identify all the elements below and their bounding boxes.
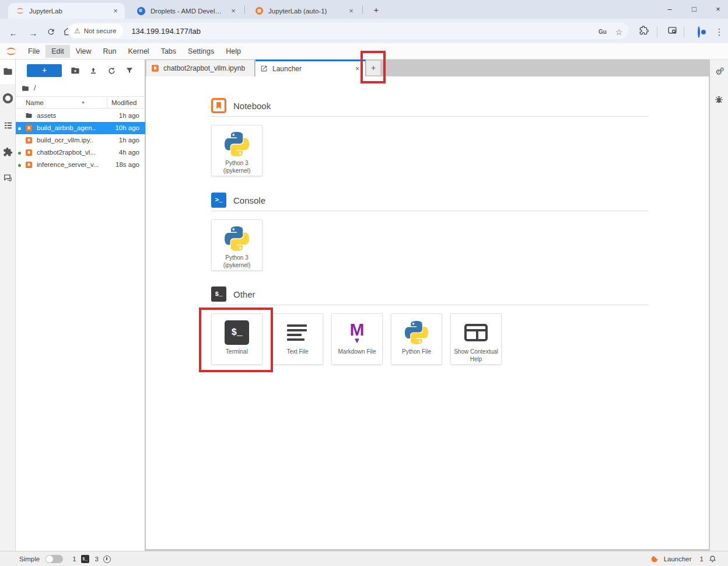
- window-close-button[interactable]: ×: [709, 2, 727, 16]
- launcher-card-python-file[interactable]: Python File: [391, 313, 442, 365]
- upload-icon[interactable]: [88, 65, 99, 76]
- annotation-box-terminal: [199, 308, 273, 372]
- dock-panel: chatbot2rapbot_vllm.ipynb × Launcher × +…: [145, 60, 709, 551]
- section-divider: [211, 211, 649, 211]
- extension-manager-icon[interactable]: [2, 146, 14, 158]
- launcher-card-text-file[interactable]: Text File: [272, 313, 323, 365]
- toolbar-divider: [657, 27, 657, 37]
- terminal-count[interactable]: 1: [72, 555, 76, 562]
- breadcrumb-root[interactable]: /: [34, 84, 36, 92]
- card-label: Text File: [284, 348, 310, 355]
- dock-tab-label: chatbot2rapbot_vllm.ipynb: [163, 64, 245, 72]
- debugger-icon[interactable]: [713, 93, 724, 105]
- extensions-icon[interactable]: [638, 26, 650, 39]
- security-chip[interactable]: ⚠ Not secure: [69, 24, 123, 38]
- browser-menu-icon[interactable]: ⋮: [713, 26, 726, 39]
- launcher-card-notebook-python3[interactable]: Python 3 (ipykernel): [211, 125, 262, 176]
- menu-view[interactable]: View: [70, 45, 97, 58]
- profile-avatar[interactable]: [692, 26, 705, 39]
- launcher-card-console-python3[interactable]: Python 3 (ipykernel): [211, 219, 262, 271]
- dock-tab-notebook[interactable]: chatbot2rapbot_vllm.ipynb ×: [146, 60, 255, 76]
- url-text[interactable]: 134.199.194.177/lab: [131, 27, 201, 36]
- property-inspector-icon[interactable]: ⚙⚙: [713, 66, 724, 78]
- notification-count: 1: [700, 555, 704, 562]
- file-row-inference-server[interactable]: inference_server_v... 18s ago: [16, 159, 145, 171]
- jupyter-logo-icon: [5, 46, 18, 57]
- forward-button[interactable]: →: [26, 26, 41, 41]
- notification-bell-icon[interactable]: [709, 555, 716, 563]
- chat-icon[interactable]: [2, 172, 14, 184]
- section-title-notebook: Notebook: [233, 101, 271, 111]
- jupyterlab-auto-favicon-icon: [254, 6, 264, 16]
- folder-icon: [25, 112, 33, 120]
- new-launcher-button[interactable]: +: [27, 64, 62, 77]
- omnibox-gu-icon[interactable]: Gu: [596, 26, 609, 39]
- security-label: Not secure: [84, 27, 117, 34]
- file-row-chatbot2rapbot[interactable]: chatbot2rapbot_vl... 4h ago: [16, 146, 145, 159]
- notebook-section-icon: [211, 98, 226, 113]
- menu-run[interactable]: Run: [97, 45, 123, 58]
- file-modified: 4h ago: [119, 149, 139, 156]
- tab-close-icon[interactable]: ×: [346, 6, 356, 15]
- breadcrumb[interactable]: /: [21, 83, 36, 93]
- tab-close-icon[interactable]: ×: [229, 6, 238, 15]
- notebook-icon: [151, 64, 159, 72]
- running-sessions-icon[interactable]: [2, 92, 14, 104]
- launcher-card-markdown-file[interactable]: M ▼ Markdown File: [331, 313, 383, 365]
- jupyter-status-icon: [650, 555, 659, 563]
- other-section-icon: $_: [211, 287, 226, 302]
- simple-mode-toggle[interactable]: [46, 555, 63, 563]
- tab-separator: [244, 6, 245, 14]
- launcher-card-contextual-help[interactable]: Show Contextual Help: [450, 313, 502, 365]
- sort-ascending-icon[interactable]: ▲: [81, 100, 85, 104]
- menu-help[interactable]: Help: [220, 45, 247, 58]
- new-browser-tab-button[interactable]: +: [370, 4, 383, 17]
- tab-search-icon[interactable]: [666, 26, 678, 39]
- menu-file[interactable]: File: [22, 45, 46, 58]
- notebook-icon: [25, 149, 33, 156]
- column-modified[interactable]: Modified: [111, 99, 136, 106]
- toolbar-divider: [684, 27, 684, 37]
- filter-icon[interactable]: [124, 65, 135, 76]
- tab-close-icon[interactable]: ×: [355, 65, 359, 73]
- reload-button[interactable]: [43, 26, 58, 41]
- file-row-build-ocr[interactable]: build_ocr_vllm.ipy.. 1h ago: [16, 134, 145, 146]
- file-row-build-airbnb[interactable]: build_airbnb_agen.. 10h ago: [16, 122, 145, 134]
- card-label: Markdown File: [335, 348, 378, 355]
- kernel-running-dot: [18, 127, 21, 130]
- back-button[interactable]: ←: [6, 26, 21, 41]
- contextual-help-icon: [464, 319, 488, 346]
- notebook-icon: [25, 161, 33, 169]
- browser-tab-jupyterlab-auto[interactable]: JupyterLab (auto-1) ×: [247, 3, 360, 19]
- browser-tab-jupyterlab[interactable]: JupyterLab ×: [8, 3, 125, 19]
- file-name: build_airbnb_agen..: [37, 124, 96, 131]
- browser-tab-droplets[interactable]: Droplets - AMD Developer Clo... ×: [130, 3, 243, 19]
- new-folder-icon[interactable]: [69, 65, 81, 76]
- dock-tab-label: Launcher: [272, 65, 302, 73]
- refresh-icon[interactable]: [106, 65, 117, 76]
- menu-edit[interactable]: Edit: [46, 45, 70, 58]
- window-maximize-button[interactable]: □: [685, 2, 703, 16]
- menu-tabs[interactable]: Tabs: [155, 45, 182, 58]
- file-row-assets[interactable]: assets 1h ago: [16, 110, 145, 122]
- terminal-status-icon[interactable]: $_: [81, 555, 89, 563]
- window-minimize-button[interactable]: –: [661, 2, 678, 16]
- kernel-status-icon[interactable]: [103, 555, 111, 563]
- table-of-contents-icon[interactable]: [2, 119, 14, 131]
- card-label: Python 3 (ipykernel): [221, 254, 253, 269]
- status-bar: Simple 1 $_ 3 Launcher 1: [0, 551, 728, 566]
- tab-close-icon[interactable]: ×: [111, 6, 120, 15]
- address-bar[interactable]: ⚠ Not secure 134.199.194.177/lab: [68, 23, 629, 39]
- menu-kernel[interactable]: Kernel: [123, 45, 155, 58]
- simple-mode-label: Simple: [19, 555, 40, 562]
- tab-separator: [362, 6, 363, 14]
- browser-tab-title: JupyterLab (auto-1): [268, 8, 342, 15]
- dock-tab-launcher[interactable]: Launcher ×: [256, 60, 366, 76]
- annotation-box-new-tab: [360, 51, 386, 83]
- launcher-icon: [260, 65, 268, 73]
- kernel-count[interactable]: 3: [95, 555, 99, 562]
- column-name[interactable]: Name: [26, 99, 44, 106]
- file-browser-icon[interactable]: [2, 65, 14, 78]
- bookmark-star-icon[interactable]: ☆: [612, 26, 625, 39]
- menu-settings[interactable]: Settings: [182, 45, 220, 58]
